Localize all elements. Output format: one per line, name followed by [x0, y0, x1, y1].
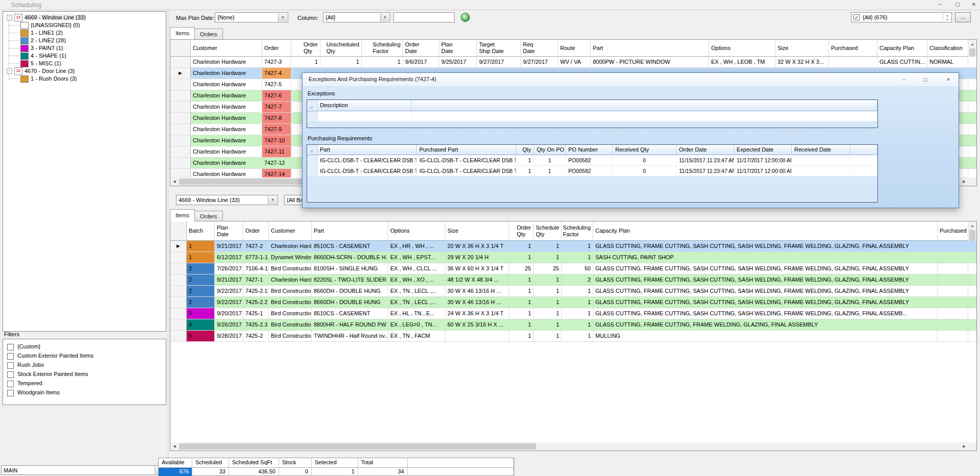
- checkbox-unchecked-icon[interactable]: [7, 344, 14, 350]
- horizontal-scrollbar[interactable]: ◀ ▶: [170, 442, 968, 450]
- more-options-button[interactable]: ...: [955, 12, 971, 22]
- column-header-plan_date[interactable]: Plan Date: [215, 221, 243, 241]
- filter-input[interactable]: [393, 12, 455, 22]
- scroll-up-icon[interactable]: ▲: [968, 221, 976, 230]
- checkbox-unchecked-icon[interactable]: [7, 381, 14, 387]
- minimize-icon[interactable]: ─: [897, 75, 911, 84]
- column-header-options[interactable]: Options: [388, 221, 445, 241]
- table-row[interactable]: 27/26/20177106-4-1Bird Construction8100S…: [170, 263, 976, 274]
- column-select[interactable]: {All} ▼: [323, 12, 390, 22]
- column-header-purchased[interactable]: Purchased: [829, 40, 877, 57]
- filter-item[interactable]: Custom Exterior Painted Items: [7, 353, 160, 360]
- refresh-icon[interactable]: ↻: [461, 13, 470, 22]
- line-select[interactable]: 4669 - Window Line (33) ▼: [176, 195, 278, 205]
- minimize-icon[interactable]: ─: [934, 1, 947, 9]
- column-header-expected_date[interactable]: Expected Date: [734, 145, 792, 155]
- batch-count-filter[interactable]: ✓ {All} (676) ▲ ▼: [851, 12, 952, 22]
- tree-node[interactable]: 3 - PAINT (1): [3, 44, 166, 52]
- column-header-received_date[interactable]: Received Date: [792, 145, 850, 155]
- column-header-filler[interactable]: [850, 145, 877, 155]
- maximize-icon[interactable]: ▢: [951, 1, 964, 9]
- column-header-plan_date[interactable]: Plan Date: [439, 40, 477, 57]
- tree-node[interactable]: −124669 - Window Line (33): [3, 14, 166, 21]
- checkbox-unchecked-icon[interactable]: [7, 353, 14, 360]
- bottom-tab-orders[interactable]: Orders: [194, 211, 223, 221]
- table-row[interactable]: 59/28/20177425-2Bird ConstructionTWINDHH…: [170, 331, 976, 342]
- column-header-options[interactable]: Options: [709, 40, 775, 57]
- column-header-order[interactable]: Order: [243, 221, 269, 241]
- column-header-size[interactable]: Size: [775, 40, 829, 57]
- bottom-tab-items[interactable]: Items: [170, 209, 195, 221]
- column-header-part[interactable]: Part: [317, 145, 417, 155]
- close-icon[interactable]: ✕: [941, 75, 956, 84]
- column-header-req_date[interactable]: Req Date: [521, 40, 558, 57]
- column-header-capacity_plan[interactable]: Capacity Plan: [877, 40, 927, 57]
- scroll-right-icon[interactable]: ▶: [960, 442, 968, 450]
- column-header-filler[interactable]: [412, 100, 877, 111]
- tree-expander-icon[interactable]: −: [7, 68, 12, 74]
- tree-node[interactable]: 1 - LINE1 (2): [3, 29, 166, 37]
- checkbox-unchecked-icon[interactable]: [7, 362, 14, 369]
- scroll-left-icon[interactable]: ◀: [170, 442, 179, 450]
- chevron-down-icon[interactable]: ▼: [278, 13, 287, 21]
- scroll-left-icon[interactable]: ◀: [170, 178, 179, 186]
- tree-expander-icon[interactable]: −: [7, 15, 12, 20]
- filter-item[interactable]: {Custom}: [7, 343, 160, 351]
- filter-item[interactable]: Tempered: [7, 380, 160, 388]
- checkbox-checked-icon[interactable]: ✓: [853, 14, 860, 20]
- top-tab-items[interactable]: Items: [170, 27, 195, 39]
- table-row[interactable]: 29/22/20177425-2.1Bird Construction8660D…: [170, 286, 976, 297]
- scroll-up-icon[interactable]: ▲: [968, 40, 976, 48]
- column-header-target_ship_date[interactable]: Target Ship Date: [477, 40, 521, 57]
- column-header-part[interactable]: Part: [312, 221, 388, 241]
- column-header-order_qty[interactable]: Order Qty: [291, 40, 320, 57]
- column-header-part[interactable]: Part: [591, 40, 709, 57]
- checkbox-unchecked-icon[interactable]: [7, 371, 14, 378]
- column-header-unscheduled_qty[interactable]: Unscheduled Qty: [320, 40, 362, 57]
- column-header-description[interactable]: Description: [317, 100, 412, 111]
- chevron-down-icon[interactable]: ▼: [380, 13, 389, 21]
- column-header-batch[interactable]: Batch: [187, 221, 215, 241]
- column-header-schedule_qty[interactable]: Schedule Qty: [534, 221, 562, 241]
- spin-up-icon[interactable]: ▲: [943, 13, 951, 17]
- max-plan-date-select[interactable]: {None} ▼: [215, 12, 288, 22]
- column-header-customer[interactable]: Customer: [269, 221, 312, 241]
- spinner-control[interactable]: ▲ ▼: [943, 13, 951, 21]
- filter-item[interactable]: Rush Jobs: [7, 362, 160, 369]
- column-header-po_number[interactable]: PO Number: [566, 145, 613, 155]
- column-header-customer[interactable]: Customer: [191, 40, 262, 57]
- column-header-route[interactable]: Route: [558, 40, 591, 57]
- tree-node[interactable]: 2 - LINE2 (28): [3, 37, 166, 44]
- table-row[interactable]: [307, 111, 877, 121]
- scrollbar-thumb[interactable]: [179, 443, 536, 449]
- column-header-capacity_plan[interactable]: Capacity Plan: [593, 221, 938, 241]
- spin-down-icon[interactable]: ▼: [943, 17, 951, 21]
- table-row[interactable]: 29/21/20177427-1Charleston Hard...8220SL…: [170, 274, 976, 286]
- filter-item[interactable]: Stock Exterior Painted Items: [7, 371, 160, 379]
- chevron-down-icon[interactable]: ▼: [268, 196, 277, 204]
- column-header-received_qty[interactable]: Received Qty: [613, 145, 676, 155]
- column-header-purchased[interactable]: Purchased: [938, 221, 968, 241]
- table-row[interactable]: 49/26/20177425-2.3Bird Construction8800H…: [170, 319, 976, 331]
- table-row[interactable]: IG-CLCL-DSB-T - CLEAR/CLEAR DSB TEMPERED…: [307, 166, 877, 177]
- column-header-qty_on_po[interactable]: Qty On PO: [534, 145, 566, 155]
- column-header-scheduling_factor[interactable]: Scheduling Factor: [562, 221, 593, 241]
- panel-splitter[interactable]: [168, 10, 168, 476]
- filter-item[interactable]: Woodgrain Items: [7, 389, 160, 397]
- column-header-order_date[interactable]: Order Date: [676, 145, 734, 155]
- column-header-size[interactable]: Size: [445, 221, 509, 241]
- table-row[interactable]: 29/22/20177425-2.2Bird Construction8660D…: [170, 297, 976, 308]
- checkbox-unchecked-icon[interactable]: [7, 390, 14, 396]
- column-header-order_qty[interactable]: Order Qty: [509, 221, 534, 241]
- column-header-order_date[interactable]: Order Date: [403, 40, 439, 57]
- tree-node[interactable]: 1 - Rush Doors (3): [3, 75, 166, 83]
- column-header-purchased_part[interactable]: Purchased Part: [417, 145, 516, 155]
- column-header-scheduling_factor[interactable]: Scheduling Factor: [362, 40, 403, 57]
- tree-node[interactable]: 4 - SHAPE (1): [3, 52, 166, 60]
- table-row[interactable]: 16/12/20176773-1-1Dynamet Windows8660DH-…: [170, 252, 976, 263]
- maximize-icon[interactable]: ▢: [918, 75, 933, 84]
- column-header-classification[interactable]: Classification: [927, 40, 968, 57]
- scroll-right-icon[interactable]: ▶: [960, 178, 968, 186]
- close-icon[interactable]: ✕: [967, 1, 980, 9]
- tree-node[interactable]: {UNASSIGNED} (0): [3, 21, 166, 29]
